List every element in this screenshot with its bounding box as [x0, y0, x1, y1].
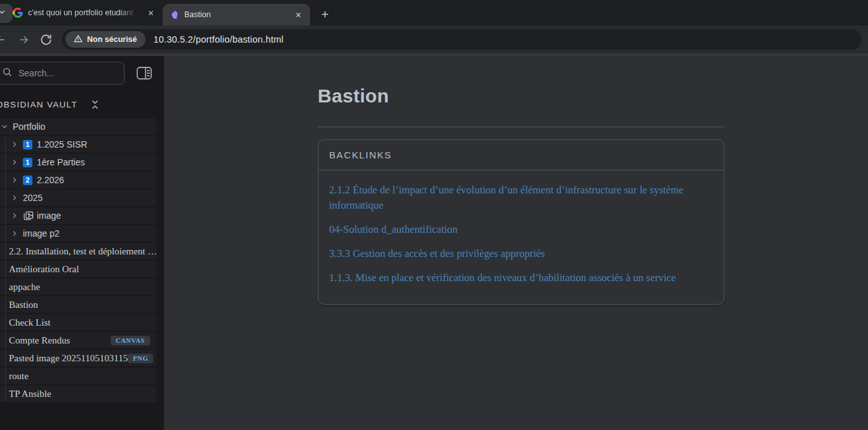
folder-number-badge: 1: [23, 140, 32, 149]
file-item-check-list[interactable]: Check List: [0, 314, 156, 331]
chevron-right-icon[interactable]: [10, 158, 19, 167]
reload-icon[interactable]: [40, 34, 52, 46]
google-favicon: [13, 8, 23, 18]
folder-number-badge: 2: [23, 176, 32, 185]
search-field[interactable]: [17, 67, 135, 79]
folder-label: image p2: [23, 228, 60, 239]
tab-close-icon[interactable]: [145, 7, 156, 18]
file-item-am-lioration-oral[interactable]: Amélioration Oral: [0, 261, 156, 277]
file-label: appache: [9, 282, 40, 293]
folder-number-badge: 1: [23, 158, 32, 167]
vault-header: OBSIDIAN VAULT: [0, 98, 164, 111]
chevron-right-icon[interactable]: [10, 229, 19, 238]
chevron-down-icon[interactable]: [0, 122, 9, 131]
collapse-all-icon[interactable]: [89, 98, 102, 111]
file-item-pasted-image-20251105103115[interactable]: Pasted image 20251105103115PNG: [0, 350, 156, 366]
folder-item-1-re-parties[interactable]: 11ère Parties: [0, 154, 156, 170]
file-item-appache[interactable]: appache: [0, 279, 156, 295]
folder-label: 1.2025 SISR: [37, 139, 87, 149]
web-page: OBSIDIAN VAULT Portfolio11.2025 SISR11èr…: [0, 56, 868, 430]
filetype-badge-canvas: CANVAS: [111, 336, 150, 345]
backlinks-list: 2.1.2 Étude de l’impact d’une évolution …: [318, 170, 724, 304]
backlink-1-1-3-mise-en-place-et-v-rification-des-[interactable]: 1.1.3. Mise en place et vérification des…: [329, 270, 713, 286]
backlinks-header: BACKLINKS: [318, 140, 724, 170]
file-label: TP Ansible: [9, 389, 51, 399]
title-divider: [318, 127, 724, 127]
backlink-3-3-3-gestion-des-acc-s-et-des-privil-ge[interactable]: 3.3.3 Gestion des accès et des privilège…: [329, 246, 713, 261]
chevron-right-icon[interactable]: [10, 211, 19, 220]
search-input[interactable]: [0, 62, 125, 85]
address-bar[interactable]: Non sécurisé 10.30.5.2/portfolio/bastion…: [62, 29, 862, 50]
sidebar-toggle-icon[interactable]: [134, 63, 154, 83]
vault-title: OBSIDIAN VAULT: [0, 100, 78, 109]
folder-item-2025[interactable]: 2025: [0, 190, 156, 206]
file-item-tp-ansible[interactable]: TP Ansible: [0, 385, 156, 402]
file-label: Check List: [9, 317, 50, 328]
main-content: Bastion BACKLINKS 2.1.2 Étude de l’impac…: [164, 56, 868, 430]
chevron-down-icon: [0, 8, 6, 19]
images-icon: [23, 211, 34, 221]
url-text: 10.30.5.2/portfolio/bastion.html: [154, 34, 284, 45]
folder-item-image-p2[interactable]: image p2: [0, 225, 156, 242]
folder-label: Portfolio: [13, 121, 45, 132]
new-tab-button[interactable]: [316, 6, 333, 22]
security-badge[interactable]: Non sécurisé: [65, 31, 146, 48]
sidebar: OBSIDIAN VAULT Portfolio11.2025 SISR11èr…: [0, 56, 164, 430]
file-label: Amélioration Oral: [9, 264, 79, 275]
tab-portfolio-search[interactable]: c'est quoi un portfolio etudiant: [9, 3, 160, 23]
file-label: Bastion: [9, 300, 38, 310]
file-item-bastion[interactable]: Bastion: [0, 296, 156, 313]
tab-bastion[interactable]: Bastion: [163, 4, 310, 25]
backlink-04-solution-d-authentification[interactable]: 04-Solution d_authentification: [329, 222, 713, 237]
file-item-route[interactable]: route: [0, 368, 156, 384]
filetype-badge-png: PNG: [128, 354, 153, 363]
file-label: Compte Rendus: [9, 335, 70, 346]
tab-title: Bastion: [184, 10, 287, 19]
folder-label: image: [37, 211, 61, 221]
chevron-right-icon[interactable]: [10, 140, 19, 149]
browser-window: c'est quoi un portfolio etudiant Bastion: [0, 0, 868, 430]
file-tree: Portfolio11.2025 SISR11ère Parties22.202…: [0, 118, 156, 402]
backlinks-panel: BACKLINKS 2.1.2 Étude de l’impact d’une …: [318, 139, 724, 305]
folder-item-portfolio[interactable]: Portfolio: [0, 118, 156, 135]
file-item-compte-rendus[interactable]: Compte RendusCANVAS: [0, 332, 156, 349]
page-title: Bastion: [318, 85, 868, 107]
folder-item-image[interactable]: image: [0, 207, 156, 224]
chevron-right-icon[interactable]: [10, 193, 19, 202]
tab-strip: c'est quoi un portfolio etudiant Bastion: [0, 0, 868, 25]
folder-label: 2.2026: [37, 175, 64, 185]
folder-label: 2025: [23, 193, 43, 203]
warning-icon: [74, 34, 83, 45]
folder-label: 1ère Parties: [37, 157, 85, 167]
chevron-right-icon[interactable]: [10, 176, 19, 184]
security-badge-label: Non sécurisé: [87, 35, 137, 44]
file-item-2-2-installation-test-et-d-ploiement[interactable]: 2.2. Installation, test et déploiement …: [0, 243, 156, 260]
obsidian-favicon: [169, 10, 179, 20]
back-icon[interactable]: [0, 34, 6, 46]
file-label: route: [9, 371, 29, 382]
backlink-2-1-2-tude-de-l-impact-d-une-volution-d-[interactable]: 2.1.2 Étude de l’impact d’une évolution …: [329, 183, 713, 213]
browser-toolbar: Non sécurisé 10.30.5.2/portfolio/bastion…: [0, 25, 868, 53]
forward-icon[interactable]: [18, 34, 30, 46]
tab-title: c'est quoi un portfolio etudiant: [28, 8, 140, 17]
file-label: 2.2. Installation, test et déploiement …: [9, 246, 157, 257]
file-label: Pasted image 20251105103115: [9, 353, 128, 364]
folder-item-2-2026[interactable]: 22.2026: [0, 172, 156, 188]
search-icon: [2, 67, 12, 80]
folder-item-1-2025-sisr[interactable]: 11.2025 SISR: [0, 136, 156, 153]
tab-close-icon[interactable]: [292, 9, 304, 20]
